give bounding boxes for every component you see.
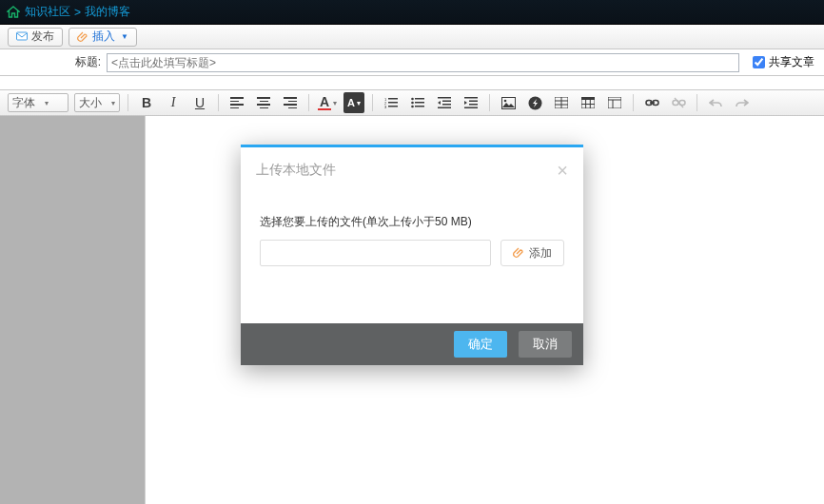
chevron-down-icon: ▾ [111, 99, 115, 107]
close-icon[interactable]: × [557, 161, 568, 180]
bold-button[interactable]: B [136, 92, 157, 113]
mail-icon [16, 31, 28, 43]
align-left-button[interactable] [226, 92, 247, 113]
chevron-down-icon: ▾ [45, 99, 49, 107]
share-label: 共享文章 [769, 54, 814, 70]
breadcrumb-bar: 知识社区 > 我的博客 [0, 0, 824, 25]
svg-rect-10 [415, 102, 424, 104]
ok-button[interactable]: 确定 [454, 331, 507, 358]
unlink-button[interactable] [668, 92, 689, 113]
svg-rect-15 [442, 101, 451, 103]
svg-rect-20 [469, 101, 478, 103]
separator [128, 94, 128, 111]
add-file-button[interactable]: 添加 [500, 240, 564, 266]
svg-rect-13 [438, 97, 451, 99]
layout-button[interactable] [604, 92, 625, 113]
cancel-button[interactable]: 取消 [519, 331, 572, 358]
svg-marker-19 [464, 101, 467, 105]
svg-marker-14 [438, 101, 441, 105]
svg-rect-35 [608, 97, 621, 108]
title-label: 标题: [67, 54, 101, 70]
insert-label: 插入 [92, 29, 115, 45]
outdent-button[interactable] [434, 92, 455, 113]
breadcrumb-root[interactable]: 知识社区 [25, 4, 70, 20]
separator [372, 94, 373, 111]
share-article-toggle[interactable]: 共享文章 [753, 54, 814, 70]
svg-rect-22 [464, 107, 478, 109]
share-checkbox[interactable] [753, 56, 765, 68]
svg-point-24 [503, 99, 506, 102]
svg-point-9 [411, 102, 414, 105]
action-bar: 发布 插入 ▼ [0, 25, 824, 49]
svg-rect-21 [469, 104, 478, 106]
separator [308, 94, 309, 111]
svg-rect-31 [581, 97, 595, 100]
breadcrumb-sep: > [74, 6, 81, 19]
publish-label: 发布 [31, 29, 54, 45]
redo-button[interactable] [732, 92, 753, 113]
font-family-select[interactable]: 字体▾ [8, 93, 69, 112]
svg-rect-8 [415, 98, 424, 100]
font-family-label: 字体 [12, 95, 35, 111]
separator [633, 94, 634, 111]
breadcrumb-current[interactable]: 我的博客 [85, 4, 130, 20]
grid-button[interactable] [551, 92, 572, 113]
svg-point-11 [411, 106, 414, 108]
separator [218, 94, 219, 111]
title-row: 标题: 共享文章 [0, 49, 824, 76]
attachment-icon [513, 247, 524, 259]
svg-rect-2 [388, 98, 398, 100]
publish-button[interactable]: 发布 [8, 28, 63, 47]
svg-rect-16 [442, 104, 451, 106]
file-path-input[interactable] [260, 240, 491, 266]
dialog-hint: 选择您要上传的文件(单次上传小于50 MB) [260, 214, 564, 230]
home-icon [6, 6, 21, 19]
table-button[interactable] [578, 92, 598, 113]
ordered-list-button[interactable]: 123 [381, 92, 402, 113]
link-button[interactable] [641, 92, 662, 113]
undo-button[interactable] [705, 92, 726, 113]
upload-dialog: 上传本地文件 × 选择您要上传的文件(单次上传小于50 MB) 添加 确定 取消 [241, 145, 583, 365]
separator [696, 94, 697, 111]
svg-text:3: 3 [384, 105, 387, 108]
attachment-icon [77, 31, 88, 43]
separator [489, 94, 490, 111]
underline-button[interactable]: U [189, 92, 210, 113]
italic-button[interactable]: I [163, 92, 184, 113]
unordered-list-button[interactable] [407, 92, 428, 113]
dialog-header: 上传本地文件 × [241, 145, 583, 187]
image-button[interactable] [498, 92, 519, 113]
svg-line-43 [675, 98, 683, 107]
editor-toolbar: 字体▾ 大小▾ B I U A ▾ A▾ 123 [0, 89, 824, 116]
flash-button[interactable] [524, 92, 545, 113]
editor-gutter [0, 116, 145, 504]
svg-point-7 [411, 98, 414, 101]
title-input[interactable] [107, 53, 739, 72]
font-size-select[interactable]: 大小▾ [74, 93, 120, 112]
svg-rect-18 [464, 97, 478, 99]
svg-rect-17 [438, 107, 451, 109]
align-right-button[interactable] [280, 92, 301, 113]
font-size-label: 大小 [79, 95, 102, 111]
chevron-down-icon: ▼ [121, 32, 128, 41]
spacer [0, 76, 824, 89]
svg-rect-40 [650, 102, 655, 104]
svg-rect-6 [388, 106, 398, 107]
svg-rect-0 [17, 32, 28, 40]
font-color-button[interactable]: A ▾ [317, 92, 338, 113]
svg-rect-4 [388, 102, 398, 104]
add-file-label: 添加 [529, 245, 552, 262]
align-center-button[interactable] [253, 92, 274, 113]
back-color-button[interactable]: A▾ [343, 92, 364, 113]
insert-button[interactable]: 插入 ▼ [69, 28, 137, 47]
dialog-title: 上传本地文件 [256, 162, 336, 179]
dialog-footer: 确定 取消 [241, 323, 583, 365]
svg-rect-12 [415, 106, 424, 107]
dialog-body: 选择您要上传的文件(单次上传小于50 MB) 添加 [241, 187, 583, 323]
indent-button[interactable] [461, 92, 481, 113]
